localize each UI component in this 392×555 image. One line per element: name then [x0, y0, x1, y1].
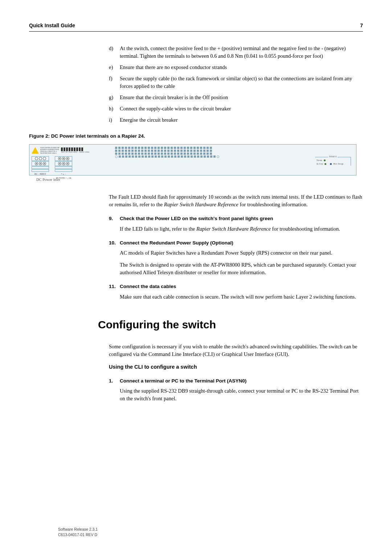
dc-input-label: DC – INPUT	[32, 173, 49, 176]
vent-dots-small: NOT TO TS001 SPEC – HOLE 10000	[61, 147, 89, 153]
marker-d: d)	[109, 45, 120, 60]
substep-d: At the switch, connect the positive feed…	[120, 45, 363, 60]
step-10-heading: 10.Connect the Redundant Power Supply (O…	[109, 239, 363, 247]
cli-subheading: Using the CLI to configure a switch	[109, 363, 363, 371]
polarity-label: + ⏚ –	[55, 173, 72, 176]
figure-caption: Figure 2: DC Power inlet terminals on a …	[29, 133, 363, 140]
section-heading: Configuring the switch	[98, 317, 363, 333]
header-title: Quick Install Guide	[29, 22, 75, 29]
substep-i: Energise the circuit breaker	[120, 116, 178, 124]
marker-i: i)	[109, 116, 120, 124]
cli-step-1-heading: 1.Connect a terminal or PC to the Termin…	[109, 377, 363, 385]
page-footer: Software Release 2.3.1 C613-04017-01 REV…	[58, 527, 98, 538]
step-11-heading: 11.Connect the data cables	[109, 283, 363, 290]
page-header: Quick Install Guide 7	[29, 22, 363, 32]
substep-f: Secure the supply cable (to the rack fra…	[120, 75, 363, 90]
vent-grille	[115, 147, 231, 159]
warning-text: FOR CENTRALISED DC POWER CONNECTION, INS…	[40, 147, 60, 154]
page-number: 7	[360, 22, 363, 29]
rating-label: 39-75VDC ⎓, 2A	[55, 177, 72, 180]
step-10-body: AC models of Rapier Switches have a Redu…	[120, 249, 363, 276]
substep-g: Ensure that the circuit breaker is in th…	[120, 94, 228, 101]
warning-icon	[32, 147, 39, 154]
marker-e: e)	[109, 64, 120, 71]
step-9-heading: 9.Check that the Power LED on the switch…	[109, 215, 363, 222]
cli-step-1-body: Using the supplied RS-232 DB9 straight-t…	[120, 387, 363, 402]
nsm-panel: NSM 0 Swap In Use Hot Swap	[315, 157, 351, 166]
substep-h: Connect the supply-cable wires to the ci…	[120, 105, 231, 113]
fault-led-text: The Fault LED should flash for approxima…	[109, 193, 363, 208]
substep-e: Ensure that there are no exposed conduct…	[120, 64, 227, 71]
marker-f: f)	[109, 75, 120, 90]
substep-list: d)At the switch, connect the positive fe…	[109, 45, 363, 124]
terminal-blocks: DC – INPUT + ⏚ – 39-75VDC ⎓, 2A	[32, 156, 108, 179]
step-11-body: Make sure that each cable connection is …	[120, 293, 363, 301]
dc-inlet-figure: FOR CENTRALISED DC POWER CONNECTION, INS…	[29, 144, 356, 175]
config-intro: Some configuration is necessary if you w…	[109, 343, 363, 358]
step-9-body: If the LED fails to light, refer to the …	[120, 225, 363, 233]
marker-g: g)	[109, 94, 120, 101]
marker-h: h)	[109, 105, 120, 113]
